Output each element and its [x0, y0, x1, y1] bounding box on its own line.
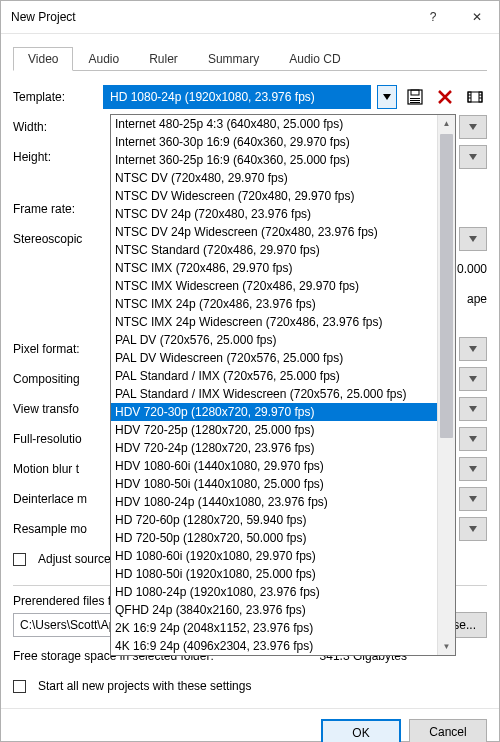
dialog-footer: OK Cancel	[1, 708, 499, 742]
template-option[interactable]: HDV 720-30p (1280x720, 29.970 fps)	[111, 403, 437, 421]
template-option[interactable]: Internet 360-30p 16:9 (640x360, 29.970 f…	[111, 133, 437, 151]
motion-blur-dropdown[interactable]	[459, 457, 487, 481]
template-label: Template:	[13, 90, 97, 104]
help-button[interactable]: ?	[411, 1, 455, 33]
template-option[interactable]: HDV 1080-60i (1440x1080, 29.970 fps)	[111, 457, 437, 475]
svg-rect-2	[410, 98, 420, 99]
width-label: Width:	[13, 120, 97, 134]
template-option[interactable]: PAL Standard / IMX Widescreen (720x576, …	[111, 385, 437, 403]
svg-rect-5	[468, 92, 482, 102]
svg-rect-6	[468, 92, 471, 102]
ok-button[interactable]: OK	[321, 719, 401, 742]
template-option[interactable]: 4K 16:9 24p (4096x2304, 23.976 fps)	[111, 637, 437, 655]
start-all-label: Start all new projects with these settin…	[38, 679, 251, 693]
template-selected: HD 1080-24p (1920x1080, 23.976 fps)	[110, 90, 315, 104]
template-option[interactable]: HD 720-50p (1280x720, 50.000 fps)	[111, 529, 437, 547]
save-icon	[407, 89, 423, 105]
chevron-down-icon	[383, 94, 391, 100]
template-option[interactable]: HD 720-60p (1280x720, 59.940 fps)	[111, 511, 437, 529]
window-title: New Project	[11, 10, 411, 24]
scroll-down-button[interactable]: ▼	[438, 638, 455, 655]
stereoscopic-label: Stereoscopic	[13, 232, 97, 246]
tab-summary[interactable]: Summary	[193, 47, 274, 71]
chevron-down-icon	[469, 346, 477, 352]
height-label: Height:	[13, 150, 97, 164]
template-option[interactable]: NTSC IMX Widescreen (720x486, 29.970 fps…	[111, 277, 437, 295]
deinterlace-dropdown[interactable]	[459, 487, 487, 511]
template-option[interactable]: HDV 720-25p (1280x720, 25.000 fps)	[111, 421, 437, 439]
svg-rect-3	[410, 100, 420, 101]
tab-audio[interactable]: Audio	[73, 47, 134, 71]
stereoscopic-dropdown[interactable]	[459, 227, 487, 251]
template-dropdown-arrow[interactable]	[377, 85, 397, 109]
chevron-down-icon	[469, 154, 477, 160]
template-option[interactable]: HD 1080-24p (1920x1080, 23.976 fps)	[111, 583, 437, 601]
chevron-down-icon	[469, 376, 477, 382]
chevron-down-icon	[469, 496, 477, 502]
template-option[interactable]: NTSC DV 24p (720x480, 23.976 fps)	[111, 205, 437, 223]
template-option[interactable]: HDV 720-24p (1280x720, 23.976 fps)	[111, 439, 437, 457]
template-option[interactable]: NTSC DV (720x480, 29.970 fps)	[111, 169, 437, 187]
tab-video[interactable]: Video	[13, 47, 73, 71]
svg-rect-4	[410, 102, 420, 103]
svg-rect-0	[408, 90, 422, 104]
resample-dropdown[interactable]	[459, 517, 487, 541]
scroll-thumb[interactable]	[440, 134, 453, 438]
template-option[interactable]: HD 1080-50i (1920x1080, 25.000 fps)	[111, 565, 437, 583]
match-media-button[interactable]	[463, 85, 487, 109]
full-resolution-label: Full-resolutio	[13, 432, 97, 446]
chevron-down-icon	[469, 466, 477, 472]
adjust-source-checkbox[interactable]	[13, 553, 26, 566]
start-all-checkbox[interactable]	[13, 680, 26, 693]
compositing-dropdown[interactable]	[459, 367, 487, 391]
compositing-label: Compositing	[13, 372, 97, 386]
titlebar: New Project ? ✕	[1, 1, 499, 34]
chevron-down-icon	[469, 124, 477, 130]
template-option[interactable]: QFHD 24p (3840x2160, 23.976 fps)	[111, 601, 437, 619]
resample-label: Resample mo	[13, 522, 97, 536]
deinterlace-label: Deinterlace m	[13, 492, 97, 506]
view-transform-dropdown[interactable]	[459, 397, 487, 421]
pixel-format-dropdown[interactable]	[459, 337, 487, 361]
template-option[interactable]: HD 1080-60i (1920x1080, 29.970 fps)	[111, 547, 437, 565]
template-option[interactable]: NTSC DV 24p Widescreen (720x480, 23.976 …	[111, 223, 437, 241]
close-button[interactable]: ✕	[455, 1, 499, 33]
template-option[interactable]: NTSC IMX 24p Widescreen (720x486, 23.976…	[111, 313, 437, 331]
scroll-track[interactable]	[438, 132, 455, 638]
delete-icon	[438, 90, 452, 104]
frame-rate-label: Frame rate:	[13, 202, 97, 216]
tab-audio-cd[interactable]: Audio CD	[274, 47, 355, 71]
start-all-row: Start all new projects with these settin…	[13, 674, 487, 698]
template-option[interactable]: HDV 1080-24p (1440x1080, 23.976 fps)	[111, 493, 437, 511]
svg-rect-7	[479, 92, 482, 102]
template-option[interactable]: PAL Standard / IMX (720x576, 25.000 fps)	[111, 367, 437, 385]
template-option[interactable]: Internet 480-25p 4:3 (640x480, 25.000 fp…	[111, 115, 437, 133]
template-option[interactable]: NTSC DV Widescreen (720x480, 29.970 fps)	[111, 187, 437, 205]
delete-template-button[interactable]	[433, 85, 457, 109]
template-option[interactable]: NTSC IMX 24p (720x486, 23.976 fps)	[111, 295, 437, 313]
template-dropdown[interactable]: HD 1080-24p (1920x1080, 23.976 fps)	[103, 85, 371, 109]
pixel-format-label: Pixel format:	[13, 342, 97, 356]
template-option[interactable]: Internet 360-25p 16:9 (640x360, 25.000 f…	[111, 151, 437, 169]
scroll-up-button[interactable]: ▲	[438, 115, 455, 132]
chevron-down-icon	[469, 406, 477, 412]
template-option[interactable]: PAL DV Widescreen (720x576, 25.000 fps)	[111, 349, 437, 367]
width-aspect-dropdown[interactable]	[459, 115, 487, 139]
template-option[interactable]: 2K 16:9 24p (2048x1152, 23.976 fps)	[111, 619, 437, 637]
template-option[interactable]: NTSC IMX (720x486, 29.970 fps)	[111, 259, 437, 277]
view-transform-label: View transfo	[13, 402, 97, 416]
height-aspect-dropdown[interactable]	[459, 145, 487, 169]
chevron-down-icon	[469, 526, 477, 532]
dropdown-scrollbar[interactable]: ▲ ▼	[437, 115, 455, 655]
template-dropdown-list[interactable]: Internet 480-25p 4:3 (640x480, 25.000 fp…	[110, 114, 456, 656]
cancel-button[interactable]: Cancel	[409, 719, 487, 742]
tab-ruler[interactable]: Ruler	[134, 47, 193, 71]
svg-rect-1	[411, 90, 419, 95]
template-option[interactable]: NTSC Standard (720x486, 29.970 fps)	[111, 241, 437, 259]
template-dropdown-items: Internet 480-25p 4:3 (640x480, 25.000 fp…	[111, 115, 437, 655]
save-template-button[interactable]	[403, 85, 427, 109]
template-option[interactable]: HDV 1080-50i (1440x1080, 25.000 fps)	[111, 475, 437, 493]
template-option[interactable]: PAL DV (720x576, 25.000 fps)	[111, 331, 437, 349]
full-resolution-dropdown[interactable]	[459, 427, 487, 451]
project-settings-dialog: New Project ? ✕ Video Audio Ruler Summar…	[0, 0, 500, 742]
